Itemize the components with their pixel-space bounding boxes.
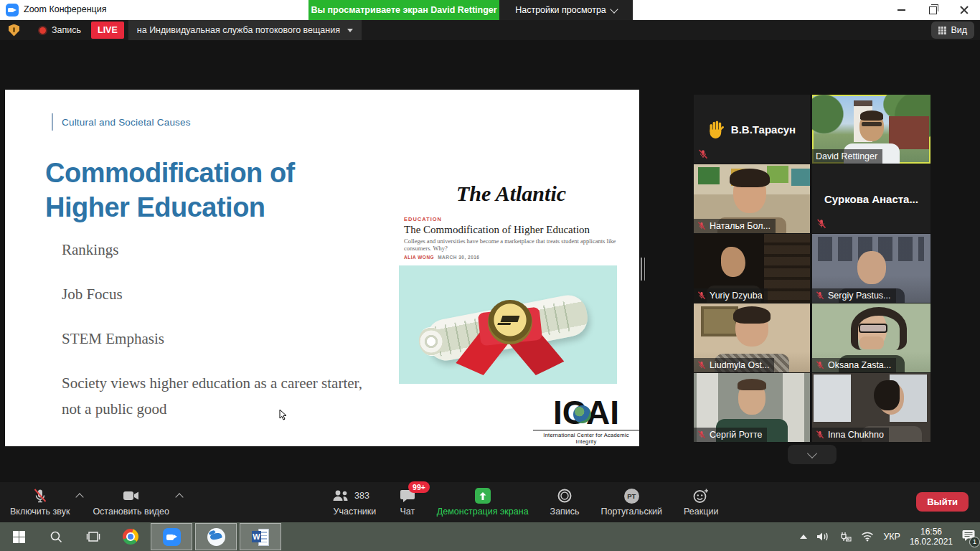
record-icon (557, 488, 573, 504)
taskbar-time: 16:56 (920, 527, 942, 537)
muted-mic-icon (816, 430, 824, 439)
participant-tile[interactable]: Sergiy Pastus... (812, 234, 930, 303)
atlantic-byline: ALIA WONGMARCH 30, 2016 (404, 255, 623, 260)
participant-face (878, 383, 904, 415)
participant-tile[interactable]: В.В.Тарасун (694, 95, 810, 164)
presentation-slide: Cultural and Societal Causes Commodifica… (5, 90, 639, 446)
atlantic-masthead: The Atlantic (399, 182, 623, 206)
participant-name: Yuriy Dzyuba (710, 291, 763, 301)
windows-taskbar: W УКР 16:56 16.02.2021 1 (0, 522, 980, 551)
view-settings-dropdown[interactable]: Настройки просмотра (499, 0, 633, 20)
participants-label: Участники (334, 507, 377, 517)
share-screen-button[interactable]: Демонстрация экрана (437, 488, 529, 517)
restore-icon (929, 6, 937, 14)
search-icon (50, 530, 62, 543)
share-screen-icon (475, 488, 491, 504)
recording-label: Запись (52, 25, 81, 35)
participant-tile[interactable]: Yuriy Dzyuba (694, 234, 810, 303)
taskbar-clock[interactable]: 16:56 16.02.2021 (910, 527, 953, 547)
panel-resize-handle[interactable] (641, 258, 646, 281)
action-center-button[interactable]: 1 (962, 529, 976, 545)
participant-tile[interactable]: Сергій Ротте (694, 373, 810, 442)
muted-mic-icon (697, 430, 706, 439)
stop-video-button[interactable]: Остановить видео (90, 488, 172, 517)
wifi-icon[interactable] (861, 532, 874, 542)
participant-name: Inna Chukhno (828, 430, 884, 440)
minimize-button[interactable] (885, 0, 917, 20)
speaker-icon[interactable] (816, 531, 829, 542)
muted-mic-icon (816, 291, 824, 300)
zoom-meeting-window: { "titlebar": { "app_title": "Zoom Конфе… (0, 0, 980, 551)
start-button[interactable] (0, 522, 37, 551)
atlantic-article-clipping: The Atlantic EDUCATION The Commodificati… (399, 182, 623, 384)
participant-face (859, 113, 884, 141)
audio-options-chevron[interactable] (77, 494, 83, 500)
participant-name: Liudmyla Ost... (710, 360, 769, 370)
zoom-toolbar: Включить звук Остановить видео 383 Участ… (0, 482, 980, 522)
gold-medal-icon (488, 300, 532, 344)
video-options-chevron[interactable] (176, 494, 182, 500)
participant-tile[interactable]: Oksana Zasta... (812, 303, 930, 372)
record-label: Запись (550, 507, 580, 517)
participant-tile[interactable]: Наталья Бол... (694, 164, 810, 233)
participants-chevron[interactable] (374, 494, 378, 498)
blue-bird-app-icon (207, 528, 225, 546)
atlantic-subhead: Colleges and universities have become a … (404, 237, 623, 252)
chat-label: Чат (400, 507, 415, 517)
caret-down-icon (347, 29, 353, 32)
muted-mic-icon (698, 149, 708, 159)
search-button[interactable] (37, 522, 75, 551)
power-plug-icon[interactable] (839, 531, 852, 542)
participant-tile[interactable]: Inna Chukhno (812, 373, 930, 442)
interpretation-button[interactable]: PT Португальский (601, 488, 662, 517)
minimize-icon (897, 9, 905, 11)
shared-screen-area: Cultural and Societal Causes Commodifica… (0, 40, 980, 482)
participant-tile[interactable]: David Rettinger (812, 95, 930, 164)
participants-button[interactable]: 383 Участники (331, 488, 378, 517)
participant-tile[interactable]: Liudmyla Ost... (694, 303, 810, 372)
grid-view-icon (938, 27, 946, 34)
recording-bar: Запись LIVE на Индивидуальная служба пот… (0, 20, 980, 40)
chrome-taskbar-icon[interactable] (112, 522, 149, 551)
task-view-button[interactable] (75, 522, 112, 551)
participant-name: David Rettinger (816, 151, 877, 161)
slide-title: Commodification of Higher Education (45, 156, 354, 225)
gallery-view-button[interactable]: Вид (931, 22, 974, 39)
browser-taskbar-icon[interactable] (195, 523, 237, 550)
globe-icon (573, 405, 591, 423)
stream-destination-dropdown[interactable]: на Индивидуальная служба потокового веща… (128, 20, 362, 40)
participant-face (738, 382, 765, 415)
chevron-down-icon (807, 448, 817, 458)
bullet-item: STEM Emphasis (62, 326, 381, 352)
icai-caption: International Center for Academic Integr… (533, 430, 639, 445)
close-icon (960, 6, 969, 14)
word-taskbar-icon[interactable]: W (240, 523, 281, 550)
kicker-accent-bar (52, 113, 53, 131)
close-button[interactable] (948, 0, 980, 20)
atlantic-headline: The Commodification of Higher Education (404, 224, 623, 236)
participant-name: Oksana Zasta... (828, 360, 891, 370)
recording-dot-icon (39, 27, 46, 34)
leave-meeting-button[interactable]: Выйти (916, 492, 969, 512)
atlantic-section-label: EDUCATION (404, 216, 623, 222)
live-badge: LIVE (91, 22, 124, 39)
reactions-button[interactable]: Реакции (684, 488, 718, 517)
zoom-taskbar-icon[interactable] (151, 523, 192, 550)
participant-face (735, 311, 768, 347)
security-shield-icon[interactable] (9, 24, 19, 37)
participant-name: Наталья Бол... (710, 221, 771, 231)
record-button[interactable]: Запись (550, 488, 580, 517)
chat-button[interactable]: 99+ Чат (400, 488, 415, 517)
language-indicator[interactable]: УКР (883, 532, 900, 542)
participants-count: 383 (354, 491, 369, 501)
reactions-icon (692, 488, 710, 504)
restore-button[interactable] (917, 0, 948, 20)
unmute-button[interactable]: Включить звук (7, 488, 72, 517)
muted-mic-icon (816, 219, 826, 229)
hidden-icons-chevron[interactable] (800, 534, 807, 539)
participant-tile[interactable]: Суркова Анаста... (812, 164, 930, 233)
interpretation-label: Португальский (601, 507, 662, 517)
collapse-gallery-button[interactable] (788, 445, 837, 464)
muted-mic-icon (697, 291, 706, 300)
bullet-item: Job Focus (62, 281, 381, 307)
